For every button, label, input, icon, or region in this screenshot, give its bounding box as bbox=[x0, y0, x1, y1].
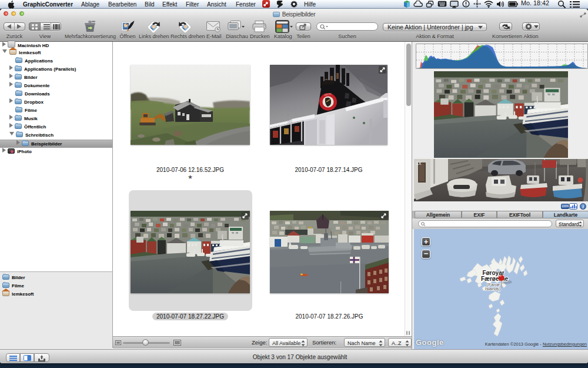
svg-text:Islands): Islands) bbox=[485, 286, 501, 291]
svg-text:Færøerne: Færøerne bbox=[481, 276, 509, 282]
svg-text:1x: 1x bbox=[416, 160, 422, 166]
